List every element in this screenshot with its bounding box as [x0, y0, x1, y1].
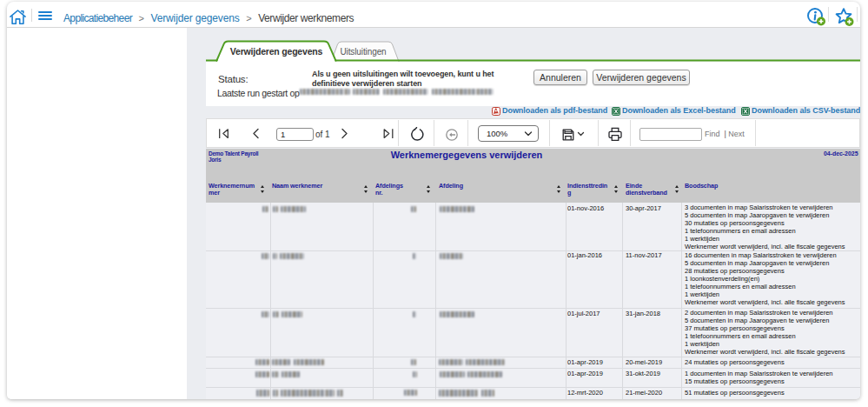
- svg-text:Verwijderen gegevens: Verwijderen gegevens: [230, 46, 323, 57]
- svg-text:Uitsluitingen: Uitsluitingen: [340, 47, 386, 57]
